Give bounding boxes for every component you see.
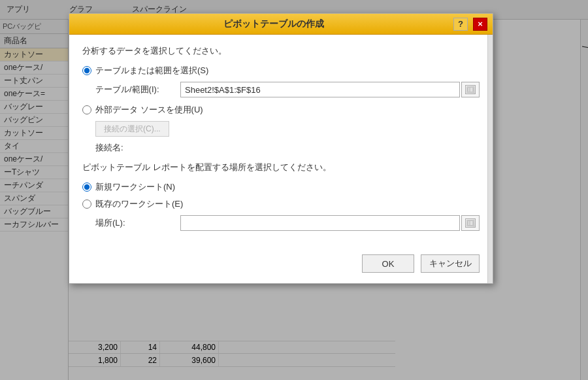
radio-new-sheet-input[interactable] [82, 182, 91, 192]
radio-new-sheet-label: 新規ワークシート(N) [95, 181, 175, 193]
cancel-button[interactable]: キャンセル [421, 254, 480, 273]
location-ref-button[interactable] [461, 215, 480, 231]
dialog-title: ピボットテーブルの作成 [94, 18, 453, 30]
radio-row-existing-sheet[interactable]: 既存のワークシート(E) [82, 198, 480, 210]
dialog-intro-text: 分析するデータを選択してください。 [82, 45, 480, 57]
table-range-ref-button[interactable] [461, 82, 480, 97]
table-range-input[interactable] [180, 82, 460, 97]
table-range-label: テーブル/範囲(I): [95, 84, 180, 95]
dialog-titlebar: ピボットテーブルの作成 ? × [69, 14, 493, 35]
radio-external-input[interactable] [82, 105, 91, 114]
svg-rect-1 [468, 88, 473, 92]
ok-button[interactable]: OK [362, 254, 414, 273]
create-pivot-dialog: ピボットテーブルの作成 ? × 分析するデータを選択してください。 テーブルまた… [69, 13, 493, 284]
dialog-help-button[interactable]: ? [453, 18, 468, 31]
radio-row-external[interactable]: 外部データ ソースを使用(U) [82, 104, 480, 116]
location-field-label: 場所(L): [95, 217, 180, 229]
radio-existing-sheet-label: 既存のワークシート(E) [95, 198, 183, 210]
dialog-close-button[interactable]: × [473, 18, 487, 31]
radio-existing-sheet-input[interactable] [82, 199, 91, 209]
dialog-body: 分析するデータを選択してください。 テーブルまたは範囲を選択(S) テーブル/範… [69, 35, 493, 248]
location-ref-icon [465, 218, 476, 228]
svg-rect-6 [468, 221, 473, 225]
location-field-input[interactable] [180, 215, 460, 231]
table-range-field-row: テーブル/範囲(I): [95, 82, 480, 97]
radio-external-label: 外部データ ソースを使用(U) [95, 104, 203, 116]
radio-table-label: テーブルまたは範囲を選択(S) [95, 65, 208, 77]
dialog-footer: OK キャンセル [69, 248, 493, 283]
connection-name-row: 接続名: [95, 142, 480, 154]
ref-button-icon [465, 85, 476, 94]
radio-row-table[interactable]: テーブルまたは範囲を選択(S) [82, 65, 480, 77]
radio-table-input[interactable] [82, 66, 91, 75]
radio-row-new-sheet[interactable]: 新規ワークシート(N) [82, 181, 480, 193]
connection-button-row: 接続の選択(C)... [95, 121, 480, 137]
location-field-row: 場所(L): [95, 215, 480, 231]
connection-select-button: 接続の選択(C)... [95, 121, 169, 137]
dialog-scrollbar [487, 35, 493, 283]
placement-section-label: ピボットテーブル レポートを配置する場所を選択してください。 [82, 162, 480, 173]
